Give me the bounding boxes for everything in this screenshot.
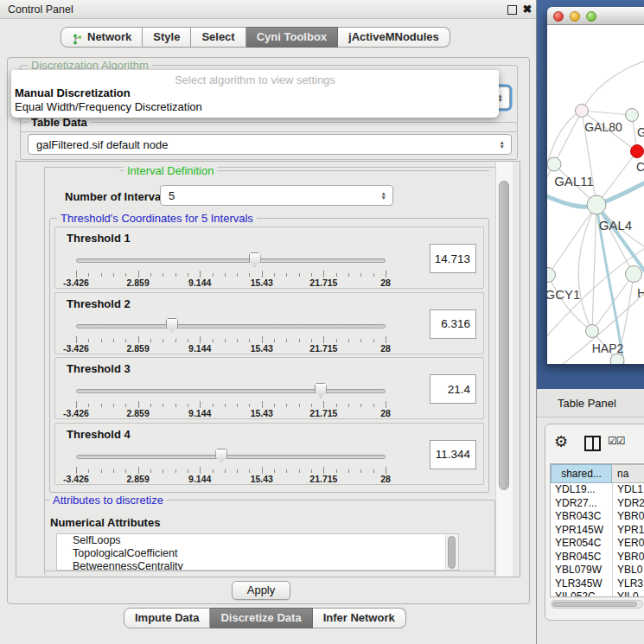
cell-shared-name: YIL052C: [555, 590, 610, 596]
table-row[interactable]: YDR27...YDR2: [551, 497, 644, 511]
tab-cyni-toolbox[interactable]: Cyni Toolbox: [246, 27, 338, 48]
select-columns-checkboxes-icon[interactable]: ☑☑: [608, 435, 625, 447]
network-node-gal4[interactable]: [587, 195, 606, 214]
numerical-attributes-label: Numerical Attributes: [50, 516, 160, 529]
network-node-gal11[interactable]: [547, 157, 561, 171]
slider-track[interactable]: [76, 455, 386, 459]
bottom-tab-infer-network[interactable]: Infer Network: [313, 608, 406, 628]
column-header-name[interactable]: na: [612, 464, 644, 483]
slider-track[interactable]: [76, 324, 386, 328]
cell-name: YPR1: [617, 524, 644, 536]
network-node-gal80[interactable]: [576, 105, 589, 118]
network-node[interactable]: [610, 354, 624, 364]
vertical-scrollbar-thumb[interactable]: [499, 181, 509, 490]
attribute-item-betweennesscentrality[interactable]: BetweennessCentrality: [57, 560, 458, 571]
table-data-value: galFiltered.sif default node: [36, 135, 494, 154]
tab-jactivemnodules[interactable]: jActiveMNodules: [338, 27, 450, 48]
tab-select[interactable]: Select: [191, 27, 245, 48]
table-row[interactable]: YBR043CYBR0: [551, 510, 644, 524]
network-node-label: C: [636, 160, 644, 174]
attribute-item-selfloops[interactable]: SelfLoops: [57, 534, 458, 547]
table-row[interactable]: YBR045CYBR0: [551, 551, 644, 564]
cell-name: YLR3: [617, 577, 643, 590]
float-window-icon[interactable]: [507, 5, 517, 15]
column-separator: [612, 483, 613, 596]
attributes-scrollbar-thumb[interactable]: [448, 536, 456, 569]
network-node-label: H: [637, 285, 644, 300]
algorithm-popup-item-equal-width[interactable]: Equal Width/Frequency Discretization: [11, 100, 499, 114]
node-table[interactable]: shared... na YDL19...YDL1YDR27...YDR2YBR…: [550, 463, 644, 597]
minimize-traffic-light-icon[interactable]: [570, 11, 580, 22]
close-traffic-light-icon[interactable]: [553, 11, 564, 22]
network-canvas[interactable]: GAL80GACGAL11GAL4GCY1HHAP2: [547, 24, 644, 364]
network-node-hap2[interactable]: [586, 325, 599, 338]
algorithm-popup: Select algorithm to view settings Manual…: [11, 70, 499, 118]
table-data-combobox[interactable]: galFiltered.sif default node ▲▼: [28, 134, 512, 155]
table-row[interactable]: YLR345WYLR3: [551, 577, 644, 591]
numerical-attributes-list[interactable]: SelfLoopsTopologicalCoefficientBetweenne…: [56, 533, 459, 571]
table-horizontal-scrollbar[interactable]: [551, 600, 643, 609]
bottom-tab-label: Discretize Data: [220, 609, 301, 628]
threshold-slider[interactable]: -3.4262.8599.14415.4321.71528: [76, 227, 386, 290]
table-horizontal-scrollbar-thumb[interactable]: [552, 602, 637, 607]
network-node-gcy1[interactable]: [547, 268, 556, 283]
bottom-tab-label: Infer Network: [323, 609, 395, 628]
network-node-c[interactable]: [631, 145, 644, 158]
table-row[interactable]: YDL19...YDL1: [551, 483, 644, 497]
threshold-value-field[interactable]: 21.4: [430, 374, 476, 404]
slider-handle[interactable]: [315, 383, 327, 398]
tab-label: Select: [201, 28, 234, 47]
network-node-h[interactable]: [626, 266, 642, 283]
slider-scale-labels: -3.4262.8599.14415.4321.71528: [76, 343, 386, 354]
bottom-tab-impute-data[interactable]: Impute Data: [124, 608, 210, 628]
threshold-value-field[interactable]: 14.713: [430, 244, 476, 273]
application-window: Control Panel ✖ NetworkStyleSelectCyni T…: [0, 0, 644, 644]
tab-network[interactable]: Network: [61, 27, 143, 48]
close-icon[interactable]: ✖: [520, 0, 534, 19]
attribute-item-topologicalcoefficient[interactable]: TopologicalCoefficient: [57, 547, 458, 560]
table-row[interactable]: YBL079WYBL0: [551, 564, 644, 577]
split-columns-icon[interactable]: [584, 436, 601, 451]
slider-scale-labels: -3.4262.8599.14415.4321.71528: [76, 277, 386, 288]
slider-scale-labels: -3.4262.8599.14415.4321.71528: [76, 408, 386, 418]
network-node-label: GA: [637, 125, 644, 139]
threshold-value-field[interactable]: 11.344: [430, 440, 476, 469]
table-row[interactable]: YPR145WYPR1: [551, 524, 644, 538]
cell-name: YBL0: [617, 564, 642, 576]
algorithm-popup-item-manual[interactable]: Manual Discretization: [11, 86, 499, 100]
vertical-scrollbar[interactable]: [495, 162, 513, 577]
table-panel-header: Table Panel: [537, 389, 644, 418]
network-node-label: GAL11: [554, 174, 594, 188]
attributes-scrollbar[interactable]: [445, 534, 458, 570]
table-row[interactable]: YIL052CYIL0: [551, 590, 644, 596]
num-intervals-combobox[interactable]: 5 ▲▼: [160, 185, 393, 206]
zoom-traffic-light-icon[interactable]: [586, 11, 596, 22]
network-node-label: HAP2: [592, 341, 624, 355]
bottom-tab-discretize-data[interactable]: Discretize Data: [210, 608, 312, 628]
bottom-tabs: Impute DataDiscretize DataInfer Network: [124, 608, 406, 628]
interval-definition-title: Interval Definition: [124, 164, 217, 177]
network-window[interactable]: GAL80GACGAL11GAL4GCY1HHAP2: [547, 7, 644, 364]
threshold-slider[interactable]: -3.4262.8599.14415.4321.71528: [76, 293, 386, 355]
tab-label: Cyni Toolbox: [257, 28, 327, 47]
network-window-titlebar[interactable]: [547, 7, 644, 25]
slider-track[interactable]: [76, 258, 386, 263]
cell-shared-name: YPR145W: [555, 524, 610, 536]
table-row[interactable]: YER054CYER0: [551, 537, 644, 551]
column-header-shared-name[interactable]: shared...: [551, 464, 612, 483]
threshold-slider[interactable]: -3.4262.8599.14415.4321.71528: [76, 424, 386, 486]
slider-handle[interactable]: [249, 252, 261, 267]
slider-handle[interactable]: [215, 449, 227, 463]
apply-button[interactable]: Apply: [232, 581, 290, 600]
cell-name: YBR0: [617, 551, 644, 563]
network-node-ga[interactable]: [626, 109, 639, 122]
tab-style[interactable]: Style: [143, 27, 191, 48]
slider-handle[interactable]: [166, 318, 178, 333]
slider-track[interactable]: [76, 389, 386, 393]
network-node-label: GAL80: [584, 120, 622, 134]
cell-name: YDR2: [617, 497, 644, 509]
gear-icon[interactable]: ⚙: [554, 432, 568, 451]
threshold-value-field[interactable]: 6.316: [430, 309, 476, 339]
threshold-slider[interactable]: -3.4262.8599.14415.4321.71528: [76, 358, 386, 420]
combo-stepper-icon: ▲▼: [500, 140, 505, 149]
